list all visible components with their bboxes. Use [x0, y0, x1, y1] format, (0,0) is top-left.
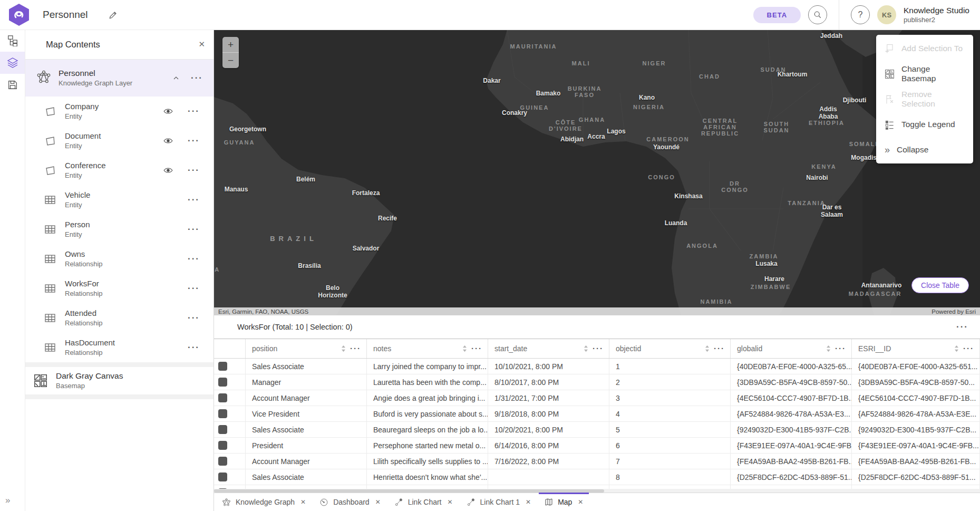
visibility-eye-icon[interactable]	[163, 106, 173, 117]
row-select-cell	[214, 469, 246, 485]
tab-link-chart[interactable]: Link Chart✕	[387, 493, 460, 511]
row-checkbox[interactable]	[218, 473, 227, 481]
close-tab-icon[interactable]: ✕	[375, 498, 381, 506]
close-tab-icon[interactable]: ✕	[448, 498, 453, 506]
layer-item-worksfor[interactable]: WorksForRelationship···	[25, 274, 214, 303]
visibility-eye-icon[interactable]	[163, 165, 173, 176]
knowledge-graph-layer-row[interactable]: Personnel Knowledge Graph Layer ···	[25, 60, 214, 97]
layer-item-document[interactable]: DocumentEntity···	[25, 126, 214, 156]
layer-item-hasdocument[interactable]: HasDocumentRelationship···	[25, 333, 214, 362]
sort-icon[interactable]	[705, 345, 710, 352]
table-options-button[interactable]: ···	[956, 324, 968, 330]
close-tab-icon[interactable]: ✕	[300, 498, 306, 506]
legend-icon	[885, 120, 895, 130]
item-options-button[interactable]: ···	[188, 256, 200, 262]
cell-ESRI__ID: {4EC56104-CCC7-4907-BF7D-1B...	[852, 390, 980, 406]
sort-icon[interactable]	[341, 345, 346, 352]
close-tab-icon[interactable]: ✕	[578, 498, 583, 506]
app-logo-icon[interactable]	[9, 4, 29, 26]
column-header-notes[interactable]: notes···	[367, 339, 488, 358]
column-options-button[interactable]: ···	[963, 346, 974, 351]
item-options-button[interactable]: ···	[188, 345, 200, 350]
rail-item-save[interactable]	[0, 74, 25, 96]
column-header-globalid[interactable]: globalid···	[731, 339, 852, 358]
column-options-button[interactable]: ···	[471, 346, 482, 351]
close-panel-icon[interactable]: ✕	[198, 40, 205, 49]
column-header-position[interactable]: position···	[246, 339, 367, 358]
item-options-button[interactable]: ···	[188, 227, 200, 232]
column-options-button[interactable]: ···	[350, 346, 361, 351]
rail-item-layers[interactable]	[0, 52, 25, 74]
tab-dashboard[interactable]: Dashboard✕	[313, 493, 387, 511]
column-header-objectid[interactable]: objectid···	[609, 339, 731, 358]
row-checkbox[interactable]	[218, 457, 227, 466]
table-row[interactable]: Sales AssociateLarry joined the company …	[214, 359, 980, 374]
row-checkbox[interactable]	[218, 441, 227, 450]
collapse-layer-chevron-icon[interactable]	[172, 74, 180, 82]
column-header-start_date[interactable]: start_date···	[488, 339, 609, 358]
column-options-button[interactable]: ···	[593, 346, 604, 351]
table-row[interactable]: PresidentPersephone started new metal o.…	[214, 438, 980, 454]
item-name: Company	[65, 101, 99, 112]
layer-item-company[interactable]: CompanyEntity···	[25, 97, 214, 126]
edit-title-button[interactable]	[108, 9, 119, 20]
item-name: Person	[65, 219, 90, 230]
item-options-button[interactable]: ···	[188, 286, 200, 291]
table-row[interactable]: Sales AssociateBeauregard sleeps on the …	[214, 422, 980, 438]
column-tools: ···	[462, 345, 488, 352]
column-options-button[interactable]: ···	[835, 346, 846, 351]
table-row[interactable]: Account ManagerAngie does a great job br…	[214, 390, 980, 406]
layer-item-person[interactable]: PersonEntity···	[25, 215, 214, 244]
row-checkbox[interactable]	[218, 425, 227, 434]
rail-expand-button[interactable]: »	[0, 493, 25, 508]
help-button[interactable]: ?	[851, 5, 870, 24]
menu-item-change-basemap[interactable]: Change Basemap	[876, 61, 973, 86]
sort-icon[interactable]	[826, 345, 831, 352]
sort-icon[interactable]	[584, 345, 588, 352]
layer-item-owns[interactable]: OwnsRelationship···	[25, 244, 214, 274]
table-row[interactable]: Vice PresidentBuford is very passionate …	[214, 406, 980, 422]
item-options-button[interactable]: ···	[188, 109, 200, 114]
sort-icon[interactable]	[462, 345, 467, 352]
menu-item-collapse[interactable]: »Collapse	[876, 137, 973, 162]
basemap-row[interactable]: Dark Gray Canvas Basemap	[25, 367, 214, 394]
save-icon	[7, 79, 18, 91]
map-canvas[interactable]: MAURITANIAMALINIGERSUDANCHADBURKINA FASO…	[214, 30, 980, 315]
layer-item-vehicle[interactable]: VehicleEntity···	[25, 185, 214, 215]
table-row[interactable]: ManagerLauretta has been with the comp..…	[214, 374, 980, 390]
menu-item-toggle-legend[interactable]: Toggle Legend	[876, 112, 973, 137]
panel-divider	[25, 362, 214, 367]
layer-item-conference[interactable]: ConferenceEntity···	[25, 156, 214, 185]
user-info[interactable]: Knowledge Studio publisher2	[904, 5, 969, 24]
row-checkbox[interactable]	[218, 409, 227, 418]
column-options-button[interactable]: ···	[714, 346, 725, 351]
tab-knowledge-graph[interactable]: Knowledge Graph✕	[215, 493, 313, 511]
layer-options-button[interactable]: ···	[191, 75, 203, 81]
tab-link-chart-1[interactable]: Link Chart 1✕	[460, 493, 538, 511]
item-options-button[interactable]: ···	[188, 197, 200, 203]
tab-map[interactable]: Map✕	[538, 493, 590, 511]
table-row[interactable]: Account ManagerLilith specifically sells…	[214, 454, 980, 469]
close-table-button[interactable]: Close Table	[911, 277, 969, 293]
cell-start_date: 1/31/2021, 7:00 PM	[488, 390, 609, 406]
visibility-eye-icon[interactable]	[163, 136, 173, 146]
zoom-out-button[interactable]: −	[222, 53, 239, 68]
row-checkbox[interactable]	[218, 393, 227, 402]
zoom-in-button[interactable]: +	[222, 37, 239, 53]
table-row[interactable]: Sales AssociateHenrietta doesn't know wh…	[214, 469, 980, 485]
rail-item-hierarchy[interactable]	[0, 30, 25, 52]
item-options-button[interactable]: ···	[188, 315, 200, 321]
column-header-ESRI__ID[interactable]: ESRI__ID···	[852, 339, 980, 358]
cell-objectid: 1	[609, 359, 731, 374]
item-options-button[interactable]: ···	[188, 168, 200, 173]
search-button[interactable]	[808, 5, 827, 24]
user-avatar[interactable]: KS	[877, 5, 896, 24]
row-checkbox[interactable]	[218, 378, 227, 387]
item-options-button[interactable]: ···	[188, 138, 200, 143]
layer-item-attended[interactable]: AttendedRelationship···	[25, 303, 214, 333]
cell-start_date: 6/14/2016, 8:00 PM	[488, 438, 609, 453]
graph-icon	[222, 498, 231, 507]
sort-icon[interactable]	[954, 345, 959, 352]
row-checkbox[interactable]	[218, 362, 227, 371]
close-tab-icon[interactable]: ✕	[526, 498, 531, 506]
